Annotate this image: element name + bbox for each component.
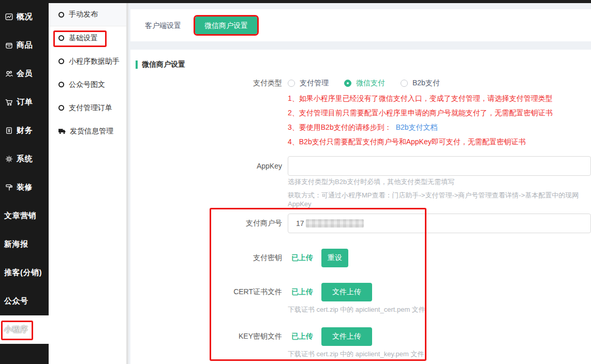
cert-upload-button[interactable]: 文件上传 [321, 283, 372, 301]
appkey-label: AppKey [130, 162, 282, 170]
appkey-row: AppKey [130, 156, 591, 176]
sidebar-item-overview[interactable]: 概况 [0, 3, 49, 31]
members-icon [5, 69, 13, 78]
finance-icon [5, 126, 13, 135]
pay-key-status: 已上传 [291, 253, 313, 263]
sidebar-item-official-account[interactable]: 公众号 [0, 287, 49, 315]
merchant-id-input[interactable]: 17 [288, 214, 591, 233]
cert-file-status: 已上传 [291, 287, 313, 297]
top-bar [0, 0, 591, 3]
key-upload-button[interactable]: 文件上传 [321, 327, 372, 346]
cert-file-label: CERT证书文件 [130, 287, 282, 297]
submenu-item-official-article[interactable]: 公众号图文 [49, 73, 126, 96]
submenu-item-basic-settings[interactable]: 基础设置 [49, 26, 126, 50]
sidebar-item-new-poster[interactable]: 新海报 [0, 230, 49, 259]
tab-client-settings[interactable]: 客户端设置 [145, 9, 181, 41]
key-file-help: 下载证书 cert.zip 中的 apiclient_key.pem 文件 [288, 350, 424, 359]
redacted-mosaic [306, 219, 364, 228]
sidebar-item-goods[interactable]: 商品 [0, 31, 49, 59]
warning-note-1: 1、如果小程序里已经没有了微信支付入口，变成了支付管理，请选择支付管理类型 [288, 91, 553, 105]
radio-wechat-pay[interactable]: 微信支付 [344, 79, 385, 88]
circle-icon [58, 105, 64, 111]
orders-icon [5, 98, 13, 107]
key-file-row: KEY密钥文件 已上传 文件上传 [130, 327, 591, 346]
key-file-label: KEY密钥文件 [130, 332, 282, 341]
submenu-item-payment-orders[interactable]: 支付管理订单 [49, 96, 126, 119]
radio-pay-management[interactable]: 支付管理 [288, 79, 329, 88]
submenu-item-shipping-info[interactable]: 发货信息管理 [49, 119, 126, 143]
appkey-help-2: 获取方式：可通过小程序MP查看：门店助手->支付管理->商户号管理查看详情->基… [288, 191, 591, 208]
circle-icon [58, 58, 64, 64]
sidebar-item-system[interactable]: 系统 [0, 145, 49, 173]
sidebar-item-decorate[interactable]: 装修 [0, 173, 49, 202]
b2b-doc-link[interactable]: B2b支付文档 [396, 123, 438, 131]
sidebar-item-mini-program[interactable]: 小程序 [0, 315, 49, 344]
admin-page: 概况 商品 会员 订单 财务 系统 装修 文章营销 新海报 [0, 0, 591, 364]
appkey-input[interactable] [288, 156, 591, 176]
cert-file-help: 下载证书 cert.zip 中的 apiclient_cert.pem 文件 [288, 305, 425, 314]
tabs-card: 客户端设置 微信商户设置 [130, 9, 591, 41]
sidebar-item-label: 概况 [17, 12, 33, 22]
circle-icon [58, 35, 64, 41]
radio-label: B2b支付 [412, 79, 440, 88]
sidebar-item-label: 财务 [17, 126, 33, 135]
sidebar-item-label: 新海报 [4, 239, 28, 249]
radio-label: 微信支付 [356, 79, 385, 88]
submenu-item-label: 小程序数据助手 [69, 57, 120, 66]
submenu-item-label: 手动发布 [69, 10, 98, 19]
sidebar-item-label: 文章营销 [4, 211, 36, 221]
content-card: 微信商户设置 支付类型 支付管理 微信支付 B2b支付 1、如果小程序里已经没有… [130, 50, 591, 364]
warning-note-3: 3、要使用B2b支付的请移步到：B2b支付文档 [288, 120, 553, 134]
submenu-item-label: 发货信息管理 [70, 127, 113, 136]
merchant-id-value: 17 [296, 219, 304, 228]
submenu-item-label: 公众号图文 [69, 80, 105, 89]
pay-key-label: 支付密钥 [130, 253, 282, 263]
radio-icon [288, 80, 295, 87]
section-header: 微信商户设置 [136, 60, 185, 69]
radio-label: 支付管理 [300, 79, 329, 88]
sidebar-item-label: 系统 [17, 154, 33, 164]
system-icon [5, 155, 13, 163]
merchant-id-label: 支付商户号 [130, 219, 282, 228]
radio-icon [401, 80, 408, 87]
sidebar-item-label: 装修 [17, 183, 33, 192]
circle-icon [58, 12, 64, 18]
pay-type-label: 支付类型 [130, 79, 282, 88]
submenu-item-label: 基础设置 [69, 34, 98, 43]
sidebar-item-label: 公众号 [4, 296, 28, 306]
sidebar-item-label: 商品 [17, 40, 33, 50]
sidebar-item-distribution[interactable]: 推客(分销) [0, 259, 49, 287]
overview-icon [5, 12, 13, 21]
submenu-item-manual-publish[interactable]: 手动发布 [49, 3, 126, 26]
sidebar-item-finance[interactable]: 财务 [0, 116, 49, 145]
sidebar-item-members[interactable]: 会员 [0, 59, 49, 88]
pay-type-row: 支付类型 支付管理 微信支付 B2b支付 [130, 77, 591, 90]
radio-b2b-pay[interactable]: B2b支付 [401, 79, 440, 88]
sidebar-item-label: 订单 [17, 97, 33, 107]
submenu-item-label: 支付管理订单 [69, 103, 112, 113]
circle-icon [58, 82, 64, 87]
goods-icon [5, 41, 13, 50]
reset-pay-key-button[interactable]: 重设 [321, 249, 348, 267]
sidebar-item-label: 推客(分销) [4, 268, 42, 278]
main-sidebar: 概况 商品 会员 订单 财务 系统 装修 文章营销 新海报 [0, 0, 49, 364]
cert-file-row: CERT证书文件 已上传 文件上传 [130, 282, 591, 302]
submenu-item-data-assistant[interactable]: 小程序数据助手 [49, 50, 126, 73]
radio-selected-icon [344, 80, 351, 87]
section-title: 微信商户设置 [142, 60, 185, 69]
sidebar-item-label: 会员 [17, 69, 33, 79]
warning-note-2: 2、支付管理目前只需要配置小程序里申请的商户号就能支付了，无需配置密钥证书 [288, 105, 553, 120]
sidebar-item-orders[interactable]: 订单 [0, 88, 49, 116]
warning-notes: 1、如果小程序里已经没有了微信支付入口，变成了支付管理，请选择支付管理类型 2、… [288, 91, 553, 149]
truck-icon [58, 128, 66, 134]
appkey-help-1: 选择支付类型为B2b支付时必填，其他支付类型无需填写 [288, 177, 454, 187]
submenu-scrollbar[interactable] [126, 3, 128, 364]
warning-note-4: 4、B2b支付只需要配置支付商户号和AppKey即可支付，无需配置密钥证书 [288, 134, 553, 149]
section-accent-bar [136, 60, 138, 69]
key-file-status: 已上传 [291, 332, 313, 341]
tab-wechat-merchant-settings[interactable]: 微信商户设置 [195, 17, 257, 34]
sub-sidebar: 手动发布 基础设置 小程序数据助手 公众号图文 支付管理订单 发货信息管理 [49, 3, 126, 364]
sidebar-item-article-marketing[interactable]: 文章营销 [0, 202, 49, 230]
decorate-icon [5, 183, 13, 192]
merchant-id-row: 支付商户号 17 [130, 214, 591, 233]
